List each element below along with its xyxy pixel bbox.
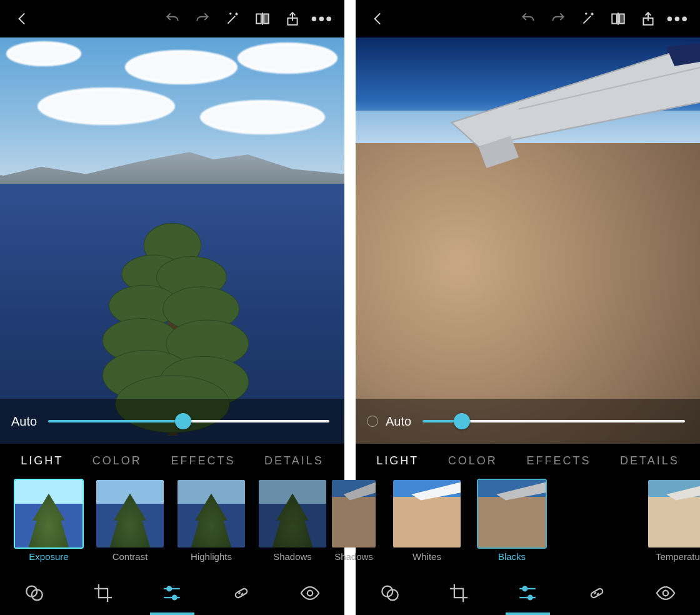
photo-canvas[interactable]: Auto <box>0 38 344 444</box>
category-tab-light[interactable]: LIGHT <box>376 454 419 468</box>
category-tab-color[interactable]: COLOR <box>448 454 498 468</box>
auto-button[interactable]: Auto <box>11 414 37 429</box>
heal-icon[interactable] <box>226 578 256 608</box>
preset-thumb[interactable]: Temperature <box>648 480 700 562</box>
magic-wand-icon[interactable] <box>218 4 248 34</box>
svg-line-22 <box>238 592 240 594</box>
redo-icon[interactable] <box>543 4 573 34</box>
svg-point-36 <box>523 587 528 591</box>
adjust-icon[interactable] <box>512 578 542 608</box>
preset-label: Whites <box>412 551 441 562</box>
filters-icon[interactable] <box>19 578 49 608</box>
category-tab-details[interactable]: DETAILS <box>620 454 679 468</box>
preset-thumb[interactable]: Exposure <box>15 480 82 562</box>
preset-label: Shadows <box>273 551 312 562</box>
view-icon[interactable] <box>651 578 681 608</box>
category-tab-effects[interactable]: EFFECTS <box>171 454 235 468</box>
category-tab-color[interactable]: COLOR <box>92 454 142 468</box>
preset-label: Blacks <box>498 551 526 562</box>
preset-label: Shadows <box>334 551 373 562</box>
category-tab-effects[interactable]: EFFECTS <box>526 454 591 468</box>
preset-thumb[interactable]: Shadows <box>332 480 376 562</box>
share-icon[interactable] <box>278 4 308 34</box>
preset-thumb[interactable]: Shadows <box>259 480 326 562</box>
svg-line-40 <box>594 592 596 594</box>
photo-canvas[interactable]: Auto <box>356 38 700 444</box>
back-icon[interactable] <box>8 4 38 34</box>
crop-icon[interactable] <box>88 578 118 608</box>
preset-thumb[interactable]: Contrast <box>96 480 164 562</box>
svg-point-42 <box>663 591 669 596</box>
svg-point-18 <box>168 587 172 591</box>
preset-thumb[interactable]: Blacks <box>478 480 546 562</box>
svg-rect-1 <box>264 14 269 23</box>
preset-label: Exposure <box>29 551 68 562</box>
preset-thumb[interactable]: Whites <box>393 480 461 562</box>
svg-marker-29 <box>452 42 700 147</box>
svg-rect-21 <box>234 588 248 598</box>
category-tab-details[interactable]: DETAILS <box>264 454 324 468</box>
preset-thumb[interactable] <box>563 480 631 551</box>
preset-thumb[interactable]: Highlights <box>178 480 245 562</box>
magic-wand-icon[interactable] <box>573 4 603 34</box>
more-icon[interactable]: ••• <box>663 10 692 28</box>
share-icon[interactable] <box>633 4 663 34</box>
heal-icon[interactable] <box>582 578 612 608</box>
preset-label: Temperature <box>656 551 700 562</box>
svg-rect-25 <box>612 14 617 23</box>
crop-icon[interactable] <box>444 578 474 608</box>
more-icon[interactable]: ••• <box>308 10 337 28</box>
compare-icon[interactable] <box>248 4 278 34</box>
compare-icon[interactable] <box>603 4 633 34</box>
auto-button[interactable]: Auto <box>386 414 411 429</box>
preset-label: Highlights <box>191 551 232 562</box>
preset-label: Contrast <box>112 551 148 562</box>
svg-rect-39 <box>590 588 603 598</box>
active-tool-indicator <box>150 612 194 615</box>
svg-rect-26 <box>619 14 624 23</box>
adjustment-slider[interactable] <box>422 414 685 429</box>
category-tab-light[interactable]: LIGHT <box>21 454 63 468</box>
undo-icon[interactable] <box>513 4 543 34</box>
auto-radio-icon[interactable] <box>367 416 378 427</box>
redo-icon[interactable] <box>188 4 218 34</box>
filters-icon[interactable] <box>375 578 405 608</box>
adjust-icon[interactable] <box>157 578 187 608</box>
back-icon[interactable] <box>363 4 393 34</box>
svg-rect-0 <box>256 14 261 23</box>
undo-icon[interactable] <box>158 4 188 34</box>
svg-point-38 <box>528 596 532 600</box>
active-tool-indicator <box>506 612 550 615</box>
view-icon[interactable] <box>295 578 325 608</box>
svg-point-20 <box>172 596 177 600</box>
svg-point-24 <box>308 591 313 596</box>
adjustment-slider[interactable] <box>48 414 329 429</box>
